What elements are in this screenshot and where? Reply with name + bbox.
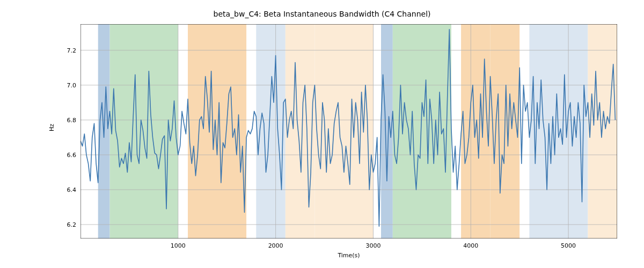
xtick-label: 3000 [365,242,380,249]
region-band [286,24,315,239]
y-axis-label: Hz [48,124,55,131]
ytick-label: 6.4 [49,186,76,193]
ytick-label: 6.6 [49,151,76,158]
xtick-label: 1000 [171,242,186,249]
region-band [256,24,286,239]
region-band [314,24,373,239]
region-band [588,24,617,239]
ytick-label: 6.2 [49,221,76,228]
chart-svg [80,24,617,239]
xtick-label: 4000 [463,242,478,249]
chart-title: beta_bw_C4: Beta Instantaneous Bandwidth… [0,10,644,18]
xtick-label: 2000 [268,242,283,249]
chart-plot-area [80,24,617,239]
ytick-label: 7.0 [49,81,76,88]
xtick-label: 5000 [561,242,576,249]
x-axis-label: Time(s) [80,252,617,259]
ytick-label: 7.2 [49,47,76,54]
ytick-label: 6.8 [49,116,76,123]
